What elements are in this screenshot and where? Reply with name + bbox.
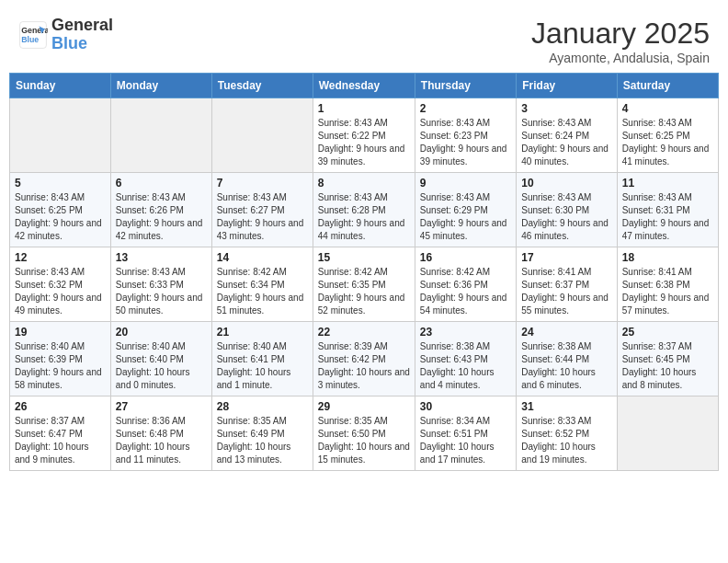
day-number: 1: [318, 102, 410, 115]
day-number: 29: [318, 400, 410, 413]
day-info: Sunrise: 8:33 AM Sunset: 6:52 PM Dayligh…: [521, 415, 611, 466]
calendar-cell: 14Sunrise: 8:42 AM Sunset: 6:34 PM Dayli…: [211, 247, 313, 322]
day-info: Sunrise: 8:43 AM Sunset: 6:28 PM Dayligh…: [318, 191, 410, 243]
day-info: Sunrise: 8:35 AM Sunset: 6:50 PM Dayligh…: [318, 415, 410, 466]
calendar-cell: 26Sunrise: 8:37 AM Sunset: 6:47 PM Dayli…: [10, 396, 111, 471]
day-number: 20: [116, 326, 207, 339]
calendar-cell: 5Sunrise: 8:43 AM Sunset: 6:25 PM Daylig…: [10, 173, 111, 247]
day-number: 21: [217, 326, 308, 339]
calendar-cell: 21Sunrise: 8:40 AM Sunset: 6:41 PM Dayli…: [211, 322, 313, 396]
day-info: Sunrise: 8:35 AM Sunset: 6:49 PM Dayligh…: [217, 415, 308, 466]
day-number: 2: [420, 102, 511, 115]
calendar-cell: 30Sunrise: 8:34 AM Sunset: 6:51 PM Dayli…: [415, 396, 516, 471]
day-info: Sunrise: 8:42 AM Sunset: 6:35 PM Dayligh…: [318, 266, 410, 317]
day-number: 16: [420, 251, 511, 264]
logo-icon: General Blue: [18, 20, 48, 50]
day-info: Sunrise: 8:43 AM Sunset: 6:26 PM Dayligh…: [116, 191, 207, 243]
day-info: Sunrise: 8:37 AM Sunset: 6:45 PM Dayligh…: [622, 340, 713, 392]
day-info: Sunrise: 8:41 AM Sunset: 6:37 PM Dayligh…: [521, 266, 611, 317]
day-info: Sunrise: 8:43 AM Sunset: 6:24 PM Dayligh…: [521, 117, 611, 168]
header: General Blue General Blue January 2025 A…: [9, 9, 719, 73]
calendar-cell: 20Sunrise: 8:40 AM Sunset: 6:40 PM Dayli…: [110, 322, 211, 396]
day-info: Sunrise: 8:43 AM Sunset: 6:25 PM Dayligh…: [15, 191, 106, 243]
day-number: 13: [116, 251, 207, 264]
day-number: 3: [521, 102, 611, 115]
calendar-cell: 7Sunrise: 8:43 AM Sunset: 6:27 PM Daylig…: [211, 173, 313, 247]
day-info: Sunrise: 8:43 AM Sunset: 6:31 PM Dayligh…: [622, 191, 713, 243]
calendar-cell: 11Sunrise: 8:43 AM Sunset: 6:31 PM Dayli…: [617, 173, 718, 247]
day-info: Sunrise: 8:40 AM Sunset: 6:40 PM Dayligh…: [116, 340, 207, 392]
day-number: 8: [318, 177, 410, 190]
calendar-table: SundayMondayTuesdayWednesdayThursdayFrid…: [9, 73, 719, 471]
calendar-cell: [10, 98, 111, 173]
day-number: 15: [318, 251, 410, 264]
month-year: January 2025: [531, 17, 710, 51]
calendar-cell: 22Sunrise: 8:39 AM Sunset: 6:42 PM Dayli…: [313, 322, 415, 396]
calendar-cell: 1Sunrise: 8:43 AM Sunset: 6:22 PM Daylig…: [313, 98, 415, 173]
location: Ayamonte, Andalusia, Spain: [531, 51, 710, 65]
day-info: Sunrise: 8:36 AM Sunset: 6:48 PM Dayligh…: [116, 415, 207, 466]
day-info: Sunrise: 8:43 AM Sunset: 6:22 PM Dayligh…: [318, 117, 410, 168]
day-number: 12: [15, 251, 106, 264]
day-number: 24: [521, 326, 611, 339]
calendar-cell: 13Sunrise: 8:43 AM Sunset: 6:33 PM Dayli…: [110, 247, 211, 322]
calendar-cell: 23Sunrise: 8:38 AM Sunset: 6:43 PM Dayli…: [415, 322, 516, 396]
weekday-header-saturday: Saturday: [617, 74, 718, 98]
weekday-header-tuesday: Tuesday: [211, 74, 313, 98]
weekday-header-monday: Monday: [110, 74, 211, 98]
logo-text: General Blue: [51, 17, 113, 53]
day-number: 27: [116, 400, 207, 413]
day-number: 14: [217, 251, 308, 264]
calendar-cell: 12Sunrise: 8:43 AM Sunset: 6:32 PM Dayli…: [10, 247, 111, 322]
day-number: 18: [622, 251, 713, 264]
title-block: January 2025 Ayamonte, Andalusia, Spain: [531, 17, 710, 65]
calendar-cell: 24Sunrise: 8:38 AM Sunset: 6:44 PM Dayli…: [517, 322, 617, 396]
calendar-cell: 9Sunrise: 8:43 AM Sunset: 6:29 PM Daylig…: [415, 173, 516, 247]
calendar-cell: 27Sunrise: 8:36 AM Sunset: 6:48 PM Dayli…: [110, 396, 211, 471]
day-info: Sunrise: 8:37 AM Sunset: 6:47 PM Dayligh…: [15, 415, 106, 466]
day-number: 22: [318, 326, 410, 339]
day-number: 4: [622, 102, 713, 115]
day-info: Sunrise: 8:43 AM Sunset: 6:29 PM Dayligh…: [420, 191, 511, 243]
weekday-row: SundayMondayTuesdayWednesdayThursdayFrid…: [10, 74, 719, 98]
weekday-header-friday: Friday: [517, 74, 617, 98]
calendar-cell: 8Sunrise: 8:43 AM Sunset: 6:28 PM Daylig…: [313, 173, 415, 247]
calendar-cell: 10Sunrise: 8:43 AM Sunset: 6:30 PM Dayli…: [517, 173, 617, 247]
calendar-cell: 4Sunrise: 8:43 AM Sunset: 6:25 PM Daylig…: [617, 98, 718, 173]
day-number: 25: [622, 326, 713, 339]
day-number: 30: [420, 400, 511, 413]
calendar-cell: [211, 98, 313, 173]
day-info: Sunrise: 8:43 AM Sunset: 6:32 PM Dayligh…: [15, 266, 106, 317]
calendar-week-4: 19Sunrise: 8:40 AM Sunset: 6:39 PM Dayli…: [10, 322, 719, 396]
day-number: 5: [15, 177, 106, 190]
calendar-cell: 15Sunrise: 8:42 AM Sunset: 6:35 PM Dayli…: [313, 247, 415, 322]
day-number: 19: [15, 326, 106, 339]
calendar-cell: 29Sunrise: 8:35 AM Sunset: 6:50 PM Dayli…: [313, 396, 415, 471]
svg-text:Blue: Blue: [21, 35, 39, 44]
calendar-cell: 17Sunrise: 8:41 AM Sunset: 6:37 PM Dayli…: [517, 247, 617, 322]
day-info: Sunrise: 8:38 AM Sunset: 6:44 PM Dayligh…: [521, 340, 611, 392]
day-info: Sunrise: 8:43 AM Sunset: 6:33 PM Dayligh…: [116, 266, 207, 317]
day-info: Sunrise: 8:40 AM Sunset: 6:39 PM Dayligh…: [15, 340, 106, 392]
calendar-body: 1Sunrise: 8:43 AM Sunset: 6:22 PM Daylig…: [10, 98, 719, 471]
day-info: Sunrise: 8:38 AM Sunset: 6:43 PM Dayligh…: [420, 340, 511, 392]
day-number: 28: [217, 400, 308, 413]
weekday-header-sunday: Sunday: [10, 74, 111, 98]
calendar-cell: 25Sunrise: 8:37 AM Sunset: 6:45 PM Dayli…: [617, 322, 718, 396]
calendar-week-5: 26Sunrise: 8:37 AM Sunset: 6:47 PM Dayli…: [10, 396, 719, 471]
calendar-header: SundayMondayTuesdayWednesdayThursdayFrid…: [10, 74, 719, 98]
calendar-cell: 6Sunrise: 8:43 AM Sunset: 6:26 PM Daylig…: [110, 173, 211, 247]
day-number: 17: [521, 251, 611, 264]
calendar-cell: 3Sunrise: 8:43 AM Sunset: 6:24 PM Daylig…: [517, 98, 617, 173]
logo: General Blue General Blue: [18, 17, 113, 53]
day-info: Sunrise: 8:43 AM Sunset: 6:27 PM Dayligh…: [217, 191, 308, 243]
calendar-cell: [617, 396, 718, 471]
day-info: Sunrise: 8:43 AM Sunset: 6:25 PM Dayligh…: [622, 117, 713, 168]
svg-text:General: General: [21, 26, 48, 35]
day-number: 11: [622, 177, 713, 190]
day-info: Sunrise: 8:41 AM Sunset: 6:38 PM Dayligh…: [622, 266, 713, 317]
calendar-week-3: 12Sunrise: 8:43 AM Sunset: 6:32 PM Dayli…: [10, 247, 719, 322]
weekday-header-thursday: Thursday: [415, 74, 516, 98]
calendar-cell: 18Sunrise: 8:41 AM Sunset: 6:38 PM Dayli…: [617, 247, 718, 322]
day-info: Sunrise: 8:42 AM Sunset: 6:36 PM Dayligh…: [420, 266, 511, 317]
